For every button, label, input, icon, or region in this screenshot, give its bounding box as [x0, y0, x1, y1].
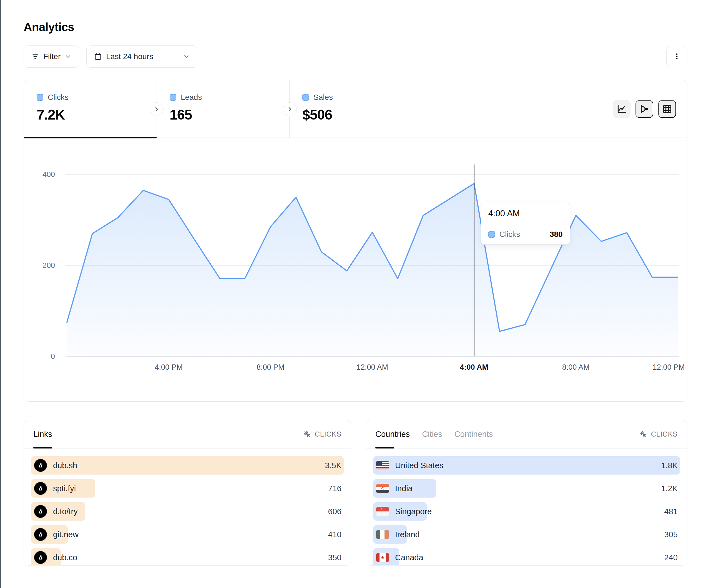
link-row[interactable]: spti.fyi 716: [31, 479, 344, 498]
y-tick-label: 200: [42, 261, 55, 270]
geo-metric-chip[interactable]: CLICKS: [639, 430, 678, 438]
country-clicks-value: 481: [664, 507, 680, 516]
left-edge-strip: [0, 0, 1, 588]
sales-swatch-icon: [302, 94, 309, 101]
tooltip-value: 380: [550, 230, 563, 239]
link-row[interactable]: d.to/try 606: [31, 502, 344, 521]
clicks-area-chart[interactable]: 4:00 AM Clicks 380: [66, 166, 679, 356]
funnel-view-button[interactable]: [635, 100, 653, 118]
dub-favicon: [34, 482, 47, 495]
tab-cities[interactable]: Cities: [422, 420, 442, 448]
link-clicks-value: 716: [328, 484, 344, 493]
metric-label: Clicks: [48, 93, 69, 102]
more-options-button[interactable]: [666, 46, 687, 67]
dub-favicon: [34, 528, 47, 541]
analytics-page: Analytics Filter Last 24 hours: [24, 0, 687, 566]
grid-icon: [662, 104, 673, 115]
chevron-right-icon: [286, 106, 294, 113]
view-toggles: [613, 100, 676, 118]
expand-metric-button[interactable]: [150, 103, 164, 116]
tab-countries[interactable]: Countries: [375, 420, 410, 448]
link-row[interactable]: dub.sh 3.5K: [31, 456, 344, 475]
clicks-chart-region: 4002000 4:00 AM: [24, 138, 687, 401]
funnel-icon: [639, 104, 650, 115]
links-panel: Links CLICKS dub.sh 3.5K spti.fyi: [24, 420, 351, 566]
chevron-right-icon: [153, 106, 160, 113]
us-flag-icon: [376, 461, 389, 470]
filter-button-label: Filter: [43, 52, 61, 61]
page-title: Analytics: [24, 21, 687, 34]
kebab-menu-icon: [673, 52, 681, 61]
analytics-card: Clicks 7.2K Leads 165 Sales $506: [24, 80, 687, 402]
cursor-click-icon: [639, 430, 648, 438]
country-clicks-value: 240: [664, 553, 680, 562]
x-tick-label: 8:00 PM: [257, 363, 284, 372]
metric-label: Sales: [314, 93, 333, 102]
country-row[interactable]: United States 1.8K: [373, 456, 680, 475]
country-label: Canada: [395, 553, 423, 562]
table-view-button[interactable]: [658, 100, 676, 118]
country-label: Singapore: [395, 507, 432, 516]
tab-links[interactable]: Links: [33, 420, 52, 448]
x-tick-label: 12:00 AM: [357, 363, 388, 372]
clicks-swatch-icon: [488, 231, 495, 238]
tab-sales[interactable]: Sales $506: [289, 80, 422, 138]
chevron-down-icon: [64, 53, 72, 60]
ireland-flag-icon: [376, 530, 389, 539]
filter-button[interactable]: Filter: [24, 45, 79, 68]
link-row[interactable]: git.new 410: [31, 525, 344, 544]
link-label: dub.sh: [53, 461, 77, 470]
country-label: India: [395, 484, 413, 493]
tooltip-time: 4:00 AM: [481, 203, 570, 224]
x-axis: 4:00 PM8:00 PM12:00 AM4:00 AM8:00 AM12:0…: [66, 363, 679, 374]
x-tick-label: 4:00 AM: [460, 363, 488, 372]
link-label: git.new: [53, 530, 79, 539]
country-row[interactable]: India 1.2K: [373, 479, 680, 498]
singapore-flag-icon: [376, 507, 389, 516]
date-range-label: Last 24 hours: [106, 52, 153, 61]
link-row[interactable]: dub.co 350: [31, 548, 344, 566]
calendar-icon: [94, 52, 102, 61]
link-clicks-value: 3.5K: [325, 461, 344, 470]
country-row[interactable]: Ireland 305: [373, 525, 680, 544]
tooltip-series-label: Clicks: [499, 230, 520, 239]
geo-metric-label: CLICKS: [651, 430, 678, 438]
x-tick-label: 12:00 PM: [653, 363, 685, 372]
metric-value: $506: [302, 107, 422, 123]
links-metric-chip[interactable]: CLICKS: [303, 430, 342, 438]
y-tick-label: 400: [42, 170, 55, 179]
x-tick-label: 4:00 PM: [155, 363, 183, 372]
countries-list: United States 1.8K India 1.2K Singapore …: [366, 449, 687, 566]
tab-clicks[interactable]: Clicks 7.2K: [24, 80, 156, 138]
links-list: dub.sh 3.5K spti.fyi 716 d.to/try 606: [24, 449, 351, 566]
geo-panel: Countries Cities Continents CLICKS Unite…: [366, 420, 687, 566]
country-row[interactable]: Canada 240: [373, 548, 680, 566]
tab-leads[interactable]: Leads 165: [156, 80, 289, 138]
country-clicks-value: 305: [664, 530, 680, 539]
metric-value: 165: [170, 107, 289, 123]
line-chart-view-button[interactable]: [613, 100, 630, 118]
link-clicks-value: 410: [328, 530, 344, 539]
dub-favicon: [34, 459, 47, 472]
line-chart-icon: [616, 104, 627, 115]
hover-crosshair: [474, 164, 474, 356]
dub-favicon: [34, 505, 47, 518]
y-tick-label: 0: [51, 352, 55, 361]
date-range-button[interactable]: Last 24 hours: [86, 45, 197, 68]
area-fill: [67, 184, 678, 356]
link-clicks-value: 606: [328, 507, 344, 516]
x-tick-label: 8:00 AM: [562, 363, 590, 372]
expand-metric-button[interactable]: [283, 103, 297, 116]
canada-flag-icon: [376, 553, 389, 562]
chart-tooltip: 4:00 AM Clicks 380: [481, 203, 570, 245]
country-clicks-value: 1.8K: [661, 461, 680, 470]
toolbar: Filter Last 24 hours: [24, 45, 687, 68]
dub-favicon: [34, 551, 47, 564]
country-row[interactable]: Singapore 481: [373, 502, 680, 521]
chart-canvas: [66, 166, 679, 356]
metric-tabs: Clicks 7.2K Leads 165 Sales $506: [24, 80, 687, 138]
tab-continents[interactable]: Continents: [454, 420, 493, 448]
y-axis: 4002000: [24, 166, 63, 356]
link-clicks-value: 350: [328, 553, 344, 562]
clicks-swatch-icon: [37, 94, 43, 101]
